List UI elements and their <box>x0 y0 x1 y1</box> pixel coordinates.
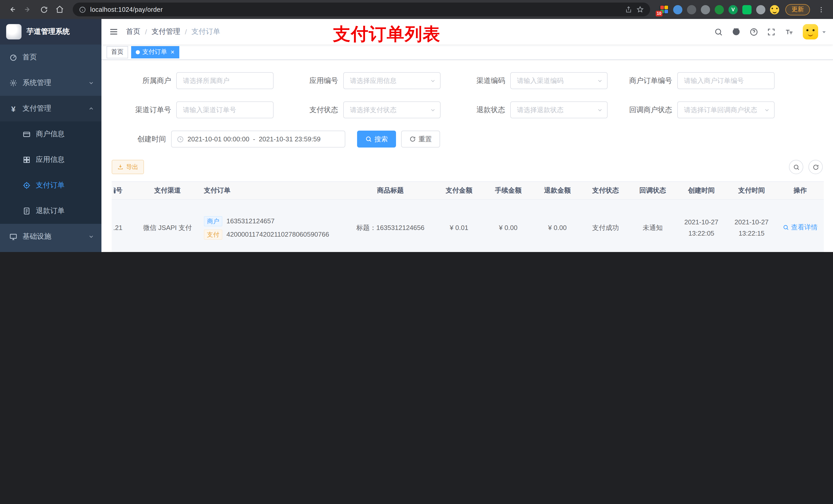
sidebar-item-merchant-info[interactable]: 商户信息 <box>0 121 101 147</box>
chevron-up-icon <box>88 105 94 112</box>
top-navbar: 首页 / 支付管理 / 支付订单 支付订单列表 <box>101 19 833 45</box>
app-logo[interactable]: 芋道管理系统 <box>0 19 101 45</box>
cell-id: 121 <box>112 199 136 252</box>
channel-order-input[interactable] <box>176 101 273 118</box>
sidebar-item-pay-order[interactable]: 支付订单 <box>0 173 101 198</box>
merchant-tag: 商户 <box>204 216 222 226</box>
user-menu[interactable] <box>803 24 827 40</box>
sidebar-item-app-info[interactable]: 应用信息 <box>0 147 101 173</box>
cell-order: 商户1635312124657 支付4200001174202110278060… <box>199 199 346 252</box>
sidebar-item-infra[interactable]: 基础设施 <box>0 224 101 249</box>
col-amount: 支付金额 <box>434 182 484 199</box>
sidebar-item-label: 系统管理 <box>23 78 51 88</box>
export-button-label: 导出 <box>126 163 138 171</box>
extension-icon-green[interactable] <box>715 5 724 14</box>
breadcrumb-separator: / <box>145 28 147 36</box>
fullscreen-icon[interactable] <box>767 27 776 36</box>
refund-state-select[interactable]: 请选择退款状态 <box>510 101 608 118</box>
chevron-down-icon <box>88 80 94 86</box>
tab-pay-order[interactable]: 支付订单 × <box>131 46 179 58</box>
breadcrumb-home[interactable]: 首页 <box>126 27 140 37</box>
home-icon[interactable] <box>53 3 67 16</box>
merchant-order-input[interactable] <box>677 72 775 89</box>
extension-icon-gray2[interactable] <box>701 5 710 14</box>
extension-badge: 10 <box>656 10 662 16</box>
dashboard-icon <box>9 53 18 62</box>
col-notify: 回调状态 <box>629 182 676 199</box>
browser-update-button[interactable]: 更新 <box>785 4 810 15</box>
clock-icon <box>177 136 184 143</box>
sidebar-item-dev-tools[interactable]: 研发工具 <box>0 249 101 252</box>
extension-icon-blue[interactable] <box>673 5 682 14</box>
hamburger-icon[interactable] <box>101 19 126 45</box>
sidebar-item-home[interactable]: 首页 <box>0 45 101 70</box>
view-detail-link[interactable]: 查看详情 <box>783 222 818 233</box>
extension-puzzle-icon[interactable] <box>756 5 765 14</box>
reset-button-label: 重置 <box>419 135 432 144</box>
sidebar-item-refund-order[interactable]: 退款订单 <box>0 198 101 224</box>
cell-refund: ¥ 0.00 <box>533 199 582 252</box>
table-toolbar: 导出 <box>112 160 823 174</box>
pay-state-select[interactable]: 请选择支付状态 <box>343 101 441 118</box>
chevron-down-icon <box>597 78 603 84</box>
app-shell: 芋道管理系统 首页 系统管理 ¥ 支付管理 <box>0 19 833 252</box>
field-label: 应用编号 <box>279 76 343 85</box>
table-header-row: 编号 支付渠道 支付订单 商品标题 支付金额 手续金额 退款金额 支付状态 回调… <box>112 182 824 199</box>
bookmark-star-icon[interactable] <box>636 6 644 13</box>
kebab-menu-icon[interactable] <box>814 3 828 16</box>
breadcrumb-pay[interactable]: 支付管理 <box>152 27 180 37</box>
notify-state-select[interactable]: 请选择订单回调商户状态 <box>677 101 775 118</box>
site-info-icon[interactable] <box>79 6 86 13</box>
select-placeholder: 请选择应用信息 <box>350 76 430 85</box>
sidebar-item-payment[interactable]: ¥ 支付管理 <box>0 96 101 121</box>
col-title: 商品标题 <box>346 182 434 199</box>
extension-icon-face[interactable] <box>770 5 779 14</box>
cell-channel: 微信 JSAPI 支付 <box>136 199 199 252</box>
help-icon[interactable] <box>749 27 758 36</box>
extension-icon-grid[interactable]: 10 <box>659 5 669 14</box>
url-text[interactable]: localhost:1024/pay/order <box>90 6 621 13</box>
reload-icon[interactable] <box>37 3 51 16</box>
filter-row-1: 所属商户 应用编号 请选择应用信息 渠道编码 请输入渠道编码 <box>112 72 823 89</box>
font-size-icon[interactable] <box>784 27 794 36</box>
sidebar-submenu-payment: 商户信息 应用信息 支付订单 退款订单 <box>0 121 101 224</box>
tags-view-bar: 首页 支付订单 × <box>101 45 833 60</box>
logo-image <box>6 24 22 40</box>
select-placeholder: 请选择订单回调商户状态 <box>684 105 764 115</box>
owner-input[interactable] <box>176 72 273 89</box>
search-button[interactable]: 搜索 <box>357 130 396 147</box>
field-merchant-order: 商户订单编号 <box>613 72 775 89</box>
col-create-time: 创建时间 <box>676 182 727 199</box>
date-range-picker[interactable]: 2021-10-01 00:00:00 - 2021-10-31 23:59:5… <box>171 130 345 147</box>
github-icon[interactable] <box>732 27 741 37</box>
table-row[interactable]: 121 微信 JSAPI 支付 商户1635312124657 支付420000… <box>112 199 824 252</box>
field-channel-order: 渠道订单号 <box>112 101 273 118</box>
extension-icon-v[interactable]: V <box>729 5 738 14</box>
reset-button[interactable]: 重置 <box>401 130 440 147</box>
sidebar-item-system[interactable]: 系统管理 <box>0 70 101 96</box>
extension-icon-gray1[interactable] <box>687 5 696 14</box>
address-bar[interactable]: localhost:1024/pay/order <box>73 3 650 16</box>
avatar <box>803 24 818 40</box>
channel-code-select[interactable]: 请输入渠道编码 <box>510 72 608 89</box>
breadcrumb-separator: / <box>185 28 187 36</box>
app-select[interactable]: 请选择应用信息 <box>343 72 441 89</box>
field-pay-state: 支付状态 请选择支付状态 <box>279 101 441 118</box>
refresh-icon[interactable] <box>808 160 823 174</box>
sidebar-menu: 首页 系统管理 ¥ 支付管理 商户信息 <box>0 45 101 252</box>
col-actions: 操作 <box>777 182 824 199</box>
close-icon[interactable]: × <box>171 49 174 55</box>
export-button[interactable]: 导出 <box>112 160 144 174</box>
share-icon[interactable] <box>625 6 632 13</box>
forward-icon[interactable] <box>21 3 35 16</box>
tab-home[interactable]: 首页 <box>106 46 128 58</box>
col-refund: 退款金额 <box>533 182 582 199</box>
sidebar-item-label: 首页 <box>23 53 37 62</box>
col-id: 编号 <box>112 182 136 199</box>
back-icon[interactable] <box>5 3 19 16</box>
toggle-search-icon[interactable] <box>789 160 803 174</box>
search-icon[interactable] <box>714 27 723 36</box>
field-label: 商户订单编号 <box>613 76 677 85</box>
gear-icon <box>9 79 18 87</box>
extension-icon-chat[interactable] <box>742 5 752 14</box>
